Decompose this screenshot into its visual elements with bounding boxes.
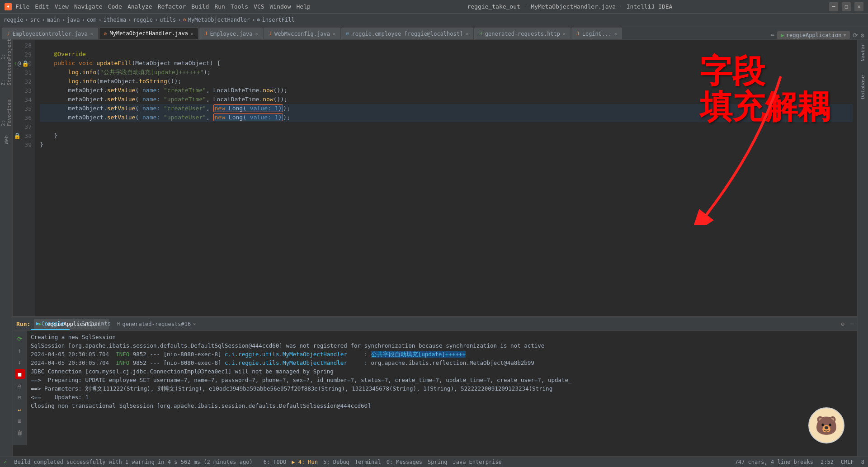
- gutter-39: 39: [13, 140, 35, 149]
- settings-icon[interactable]: ⚙: [861, 32, 864, 39]
- debug-button[interactable]: 5: Debug: [323, 459, 349, 465]
- breadcrumb-item[interactable]: java: [67, 17, 80, 23]
- menu-window[interactable]: Window: [270, 3, 291, 10]
- java-enterprise-button[interactable]: Java Enterprise: [453, 459, 501, 465]
- todo-button[interactable]: 6: TODO: [264, 459, 287, 465]
- wrap-button[interactable]: ↵: [15, 404, 25, 414]
- settings2-button[interactable]: ⊞: [15, 416, 25, 426]
- char-count: 747 chars, 4 line breaks: [735, 459, 813, 465]
- breadcrumb-item[interactable]: reggie: [4, 17, 23, 23]
- tab-employee-controller[interactable]: J EmployeeController.java ✕: [2, 28, 98, 39]
- tab-close-button[interactable]: ✕: [255, 31, 258, 36]
- minimize-button[interactable]: ─: [829, 2, 838, 11]
- breadcrumb-item[interactable]: reggie: [133, 17, 153, 23]
- build-status-text: Build completed successfully with 1 warn…: [14, 459, 252, 465]
- filter-button[interactable]: ⊟: [15, 392, 25, 402]
- breadcrumb-item[interactable]: src: [30, 17, 40, 23]
- console-line-3: 2024-04-05 20:30:05.704 INFO 9852 --- [n…: [31, 350, 854, 359]
- terminal-button[interactable]: Terminal: [355, 459, 381, 465]
- java-icon: J: [269, 31, 272, 37]
- rerun-button[interactable]: ⟳: [15, 334, 25, 344]
- database-panel-label[interactable]: Database: [859, 73, 867, 101]
- tab-employee[interactable]: J Employee.java ✕: [199, 28, 263, 39]
- tab-close-button[interactable]: ✕: [614, 31, 617, 36]
- window-controls[interactable]: ─ □ ✕: [829, 2, 863, 11]
- close-button[interactable]: ✕: [854, 2, 863, 11]
- encoding-label: 8: [861, 459, 864, 465]
- console-icon: ▶: [36, 321, 39, 326]
- menu-run[interactable]: Run: [214, 3, 225, 10]
- gutter-33: 33: [13, 86, 35, 95]
- menu-analyze[interactable]: Analyze: [127, 3, 152, 10]
- tab-my-meta-object-handler[interactable]: ⊙ MyMetaObjectHandler.java ✕: [99, 28, 198, 39]
- menu-tools[interactable]: Tools: [231, 3, 248, 10]
- menu-refactor[interactable]: Refactor: [158, 3, 186, 10]
- tab-close-button[interactable]: ✕: [466, 31, 468, 36]
- tab-close-button[interactable]: ✕: [90, 31, 93, 36]
- refresh-icon[interactable]: ⟳: [853, 32, 858, 39]
- menu-bar[interactable]: File Edit View Navigate Code Analyze Ref…: [15, 3, 311, 10]
- scroll-down-button[interactable]: ↓: [15, 357, 25, 367]
- tab-endpoints[interactable]: ⚡ Endpoints: [71, 318, 116, 330]
- tab-generated-requests[interactable]: H generated-requests.http ✕: [474, 28, 571, 39]
- menu-vcs[interactable]: VCS: [254, 3, 264, 10]
- console-output[interactable]: Creating a new SqlSession SqlSession [or…: [27, 331, 857, 445]
- java-icon: J: [204, 31, 208, 37]
- run-status-button[interactable]: ▶ 4: Run: [292, 459, 318, 465]
- structure-panel-icon[interactable]: Z: Structure: [0, 66, 12, 78]
- tab-label: generated-requests.http: [485, 31, 560, 37]
- code-line-33: metaObject.setValue( name: "createTime",…: [40, 86, 853, 95]
- gutter-32: 32: [13, 77, 35, 86]
- navigate-back-icon[interactable]: ⬅: [770, 31, 775, 39]
- navbar-panel-label[interactable]: Navbar: [859, 42, 867, 63]
- breadcrumb-item[interactable]: main: [47, 17, 60, 23]
- dropdown-icon[interactable]: ▼: [844, 33, 846, 38]
- tab-close-button[interactable]: ✕: [191, 31, 193, 36]
- run-panel: Run: ▶ reggieApplication ✕ H generated-r…: [13, 316, 857, 445]
- menu-edit[interactable]: Edit: [35, 3, 49, 10]
- tab-close-button[interactable]: ✕: [563, 31, 566, 36]
- web-panel-icon[interactable]: Web: [0, 134, 12, 146]
- menu-navigate[interactable]: Navigate: [74, 3, 103, 10]
- tab-reggie-employee[interactable]: ⊞ reggie.employee [reggie@localhost] ✕: [341, 28, 473, 39]
- code-line-38: }: [40, 131, 853, 140]
- run-config-icon: ▶: [781, 32, 784, 38]
- tab-close-button[interactable]: ✕: [333, 31, 335, 36]
- menu-view[interactable]: View: [55, 3, 69, 10]
- menu-help[interactable]: Help: [297, 3, 311, 10]
- gutter-lock-icon: 🔒: [22, 60, 29, 67]
- console-line-2: SqlSession [org.apache.ibatis.session.de…: [31, 341, 854, 350]
- messages-button[interactable]: 0: Messages: [387, 459, 422, 465]
- scroll-up-button[interactable]: ↑: [15, 345, 25, 355]
- menu-code[interactable]: Code: [108, 3, 122, 10]
- breadcrumb-item[interactable]: utils: [160, 17, 176, 23]
- left-panel: 1: Project Z: Structure 2: Favorites Web: [0, 40, 13, 456]
- favorites-panel-icon[interactable]: 2: Favorites: [0, 107, 12, 118]
- breadcrumb-item[interactable]: com: [87, 17, 97, 23]
- window-title: reggie_take_out - MyMetaObjectHandler.ja…: [467, 3, 672, 10]
- project-panel-icon[interactable]: 1: Project: [0, 43, 12, 55]
- clear-button[interactable]: 🗑: [15, 428, 25, 438]
- console-line-9: Closing non transactional SqlSession [or…: [31, 401, 854, 410]
- code-editor[interactable]: 28 29 ↑ @ 🔒 30 31 32 33 34 35 36 37: [13, 40, 857, 456]
- breadcrumb-item[interactable]: insertFill: [262, 17, 294, 23]
- code-line-31: log.info("公共字段自动填充[update]++++++");: [40, 68, 853, 77]
- breadcrumb-item[interactable]: itheima: [104, 17, 127, 23]
- gutter-34: 34: [13, 95, 35, 104]
- run-config-label[interactable]: reggieApplication: [786, 32, 842, 38]
- breadcrumb-item-method[interactable]: ⊕: [257, 17, 260, 23]
- menu-build[interactable]: Build: [191, 3, 209, 10]
- spring-button[interactable]: Spring: [428, 459, 447, 465]
- tab-webmvcconfig[interactable]: J WebMvcconfig.java ✕: [264, 28, 340, 39]
- stop-button[interactable]: ■: [15, 369, 25, 379]
- breadcrumb-item[interactable]: MyMetaObjectHandler: [188, 17, 250, 23]
- menu-file[interactable]: File: [15, 3, 29, 10]
- tab-console[interactable]: ▶ Console: [31, 318, 70, 330]
- console-tab-label: Console: [42, 321, 65, 327]
- tab-label: WebMvcconfig.java: [274, 31, 330, 37]
- print-button[interactable]: 🖨: [15, 381, 25, 391]
- tab-loginc[interactable]: J LoginC... ✕: [571, 28, 622, 39]
- maximize-button[interactable]: □: [842, 2, 851, 11]
- line-endings: CRLF: [841, 459, 854, 465]
- breadcrumb-item-class[interactable]: ⊙: [183, 17, 186, 23]
